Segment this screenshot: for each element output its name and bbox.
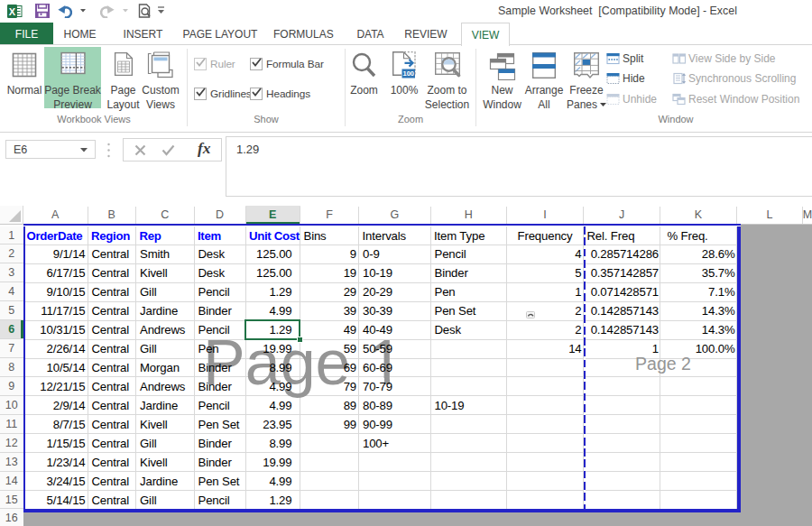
name-box-dropdown-icon[interactable] <box>80 148 88 152</box>
cell-B11[interactable]: Central <box>88 415 136 434</box>
cell-E12[interactable]: 8.99 <box>245 434 300 453</box>
tab-view[interactable]: VIEW <box>461 23 510 46</box>
cell-G5[interactable]: 30-39 <box>359 301 431 320</box>
column-header-D[interactable]: D <box>194 206 245 225</box>
cell-D2[interactable]: Desk <box>194 245 245 263</box>
cell-D11[interactable]: Pen Set <box>194 415 245 434</box>
cell-A3[interactable]: 6/17/15 <box>23 263 88 282</box>
cell-E10[interactable]: 4.99 <box>245 396 300 415</box>
cell-F10[interactable]: 89 <box>300 396 359 415</box>
cell-C11[interactable]: Kivell <box>136 415 195 434</box>
cell-C4[interactable]: Gill <box>136 282 195 301</box>
cell-B7[interactable]: Central <box>88 339 136 358</box>
save-icon[interactable] <box>35 4 50 18</box>
cell-A14[interactable]: 3/24/15 <box>23 472 88 491</box>
cell-A12[interactable]: 1/15/15 <box>23 434 88 453</box>
column-header-K[interactable]: K <box>660 206 737 225</box>
cell-D13[interactable]: Binder <box>194 453 245 472</box>
cell-G1[interactable]: Intervals <box>359 226 431 245</box>
cell-F6[interactable]: 49 <box>300 320 359 339</box>
cell-F5[interactable]: 39 <box>300 301 359 320</box>
cell-D9[interactable]: Binder <box>194 377 245 396</box>
column-header-L[interactable]: L <box>737 206 803 225</box>
undo-dropdown-icon[interactable] <box>80 9 86 13</box>
gridlines-checkbox[interactable]: Gridlines <box>194 88 257 100</box>
cell-E3[interactable]: 125.00 <box>245 263 300 282</box>
cell-C1[interactable]: Rep <box>136 226 195 245</box>
cell-B4[interactable]: Central <box>88 282 136 301</box>
cell-K2[interactable]: 28.6% <box>660 245 737 263</box>
cell-I5[interactable]: 2 <box>507 301 584 320</box>
cell-A11[interactable]: 8/7/15 <box>23 415 88 434</box>
cell-F11[interactable]: 99 <box>300 415 359 434</box>
tab-formulas[interactable]: FORMULAS <box>273 23 332 45</box>
insert-function-icon[interactable]: fx <box>198 139 211 158</box>
cell-B15[interactable]: Central <box>88 491 136 510</box>
cell-D14[interactable]: Pen Set <box>194 472 245 491</box>
tab-insert[interactable]: INSERT <box>118 23 168 45</box>
print-area-border-right[interactable] <box>737 226 741 513</box>
cell-K5[interactable]: 14.3% <box>660 301 737 320</box>
cell-K6[interactable]: 14.3% <box>660 320 737 339</box>
cell-A7[interactable]: 2/26/14 <box>23 339 88 358</box>
tab-home[interactable]: HOME <box>58 23 102 45</box>
cell-C13[interactable]: Kivell <box>136 453 195 472</box>
cell-D7[interactable]: Pen <box>194 339 245 358</box>
tab-file[interactable]: FILE <box>0 23 53 45</box>
cell-G4[interactable]: 20-29 <box>359 282 431 301</box>
cell-A4[interactable]: 9/10/15 <box>23 282 88 301</box>
cell-D12[interactable]: Binder <box>194 434 245 453</box>
cell-G12[interactable]: 100+ <box>359 434 431 453</box>
customize-quick-access-icon[interactable] <box>157 6 165 14</box>
cell-C2[interactable]: Smith <box>136 245 195 263</box>
cell-A1[interactable]: OrderDate <box>23 226 88 245</box>
cell-G10[interactable]: 80-89 <box>359 396 431 415</box>
cell-D3[interactable]: Desk <box>194 263 245 282</box>
tab-review[interactable]: REVIEW <box>402 23 449 45</box>
column-header-H[interactable]: H <box>430 206 507 225</box>
cell-G3[interactable]: 10-19 <box>359 263 431 282</box>
column-header-G[interactable]: G <box>359 206 431 225</box>
formula-input[interactable]: 1.29 <box>226 136 812 197</box>
cell-B8[interactable]: Central <box>88 358 136 377</box>
cell-E13[interactable]: 19.99 <box>245 453 300 472</box>
row-header-9[interactable]: 9 <box>0 377 23 396</box>
row-header-16[interactable]: 16 <box>0 509 23 526</box>
cell-F2[interactable]: 9 <box>300 245 359 263</box>
cell-E14[interactable]: 4.99 <box>245 472 300 491</box>
cell-A15[interactable]: 5/14/15 <box>23 491 88 510</box>
column-header-F[interactable]: F <box>300 206 359 225</box>
cell-H4[interactable]: Pen <box>430 282 507 301</box>
row-header-2[interactable]: 2 <box>0 245 23 263</box>
cell-F7[interactable]: 59 <box>300 339 359 358</box>
arrange-all-button[interactable]: Arrange All <box>521 47 567 110</box>
tab-data[interactable]: DATA <box>350 23 391 45</box>
row-header-11[interactable]: 11 <box>0 415 23 434</box>
cell-E5[interactable]: 4.99 <box>245 301 300 320</box>
cell-I7[interactable]: 14 <box>507 339 584 358</box>
cell-G11[interactable]: 90-99 <box>359 415 431 434</box>
row-header-6[interactable]: 6 <box>0 320 23 339</box>
normal-view-button[interactable]: Normal <box>3 47 46 110</box>
smart-tag-icon[interactable] <box>526 311 535 318</box>
column-header-M[interactable]: M <box>803 206 812 225</box>
cell-G7[interactable]: 50-59 <box>359 339 431 358</box>
row-header-3[interactable]: 3 <box>0 263 23 282</box>
cell-I6[interactable]: 2 <box>507 320 584 339</box>
freeze-panes-button[interactable]: Freeze Panes <box>565 47 608 110</box>
zoom-100-button[interactable]: 100 100% <box>385 47 423 110</box>
cell-I1[interactable]: Frequency <box>507 226 584 245</box>
new-window-button[interactable]: New Window <box>478 47 526 110</box>
row-header-7[interactable]: 7 <box>0 339 23 358</box>
cell-I2[interactable]: 4 <box>507 245 584 263</box>
cell-A10[interactable]: 2/9/14 <box>23 396 88 415</box>
undo-icon[interactable] <box>58 5 72 18</box>
cell-G8[interactable]: 60-69 <box>359 358 431 377</box>
cell-C3[interactable]: Kivell <box>136 263 195 282</box>
cell-K3[interactable]: 35.7% <box>660 263 737 282</box>
cell-F1[interactable]: Bins <box>300 226 359 245</box>
name-box[interactable]: E6 <box>5 140 96 159</box>
cell-C8[interactable]: Morgan <box>136 358 195 377</box>
row-header-4[interactable]: 4 <box>0 282 23 301</box>
cell-J4[interactable]: 0.071428571 <box>584 282 660 301</box>
